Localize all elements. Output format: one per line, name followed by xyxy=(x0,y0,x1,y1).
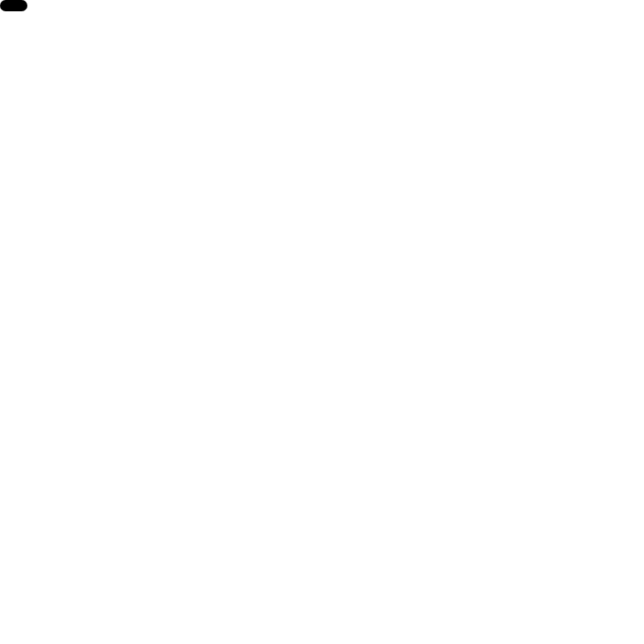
chart-container xyxy=(0,0,644,644)
optimal-marker xyxy=(0,0,27,11)
bottleneck-chart xyxy=(0,0,644,644)
